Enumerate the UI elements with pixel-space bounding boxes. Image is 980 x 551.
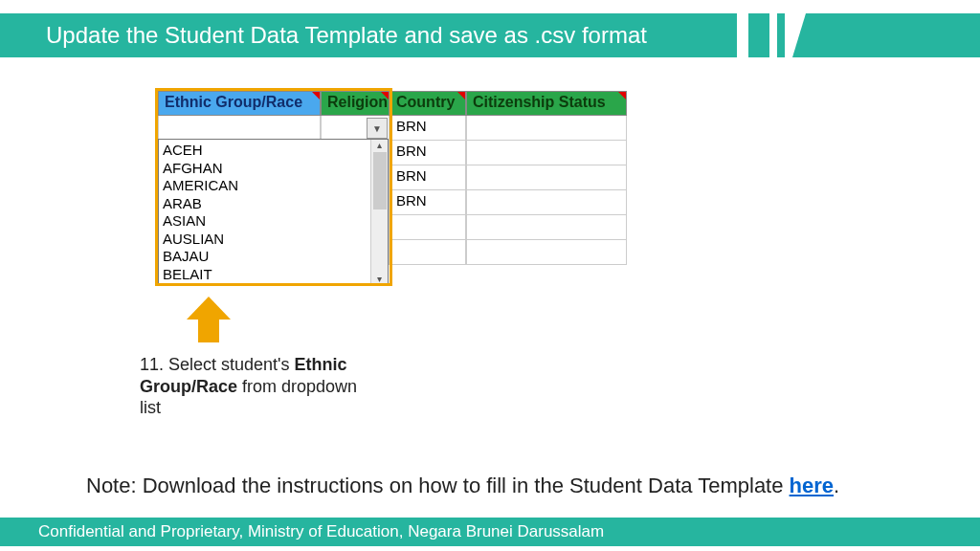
- column-header-ethnic: Ethnic Group/Race: [158, 91, 321, 116]
- table-cell: [390, 215, 466, 240]
- table-cell: BRN: [390, 116, 466, 141]
- table-cell: [466, 240, 627, 265]
- scroll-down-icon[interactable]: ▾: [377, 274, 382, 284]
- footer-text: Confidential and Proprietary, Ministry o…: [38, 522, 604, 540]
- slide-header: Update the Student Data Template and sav…: [0, 13, 980, 57]
- dropdown-option[interactable]: ACEH: [163, 142, 370, 160]
- dropdown-scrollbar[interactable]: ▴ ▾: [370, 140, 388, 284]
- dropdown-option[interactable]: AUSLIAN: [163, 231, 370, 249]
- table-cell: BRN: [390, 141, 466, 165]
- table-cell: [158, 116, 321, 141]
- table-cell: [466, 190, 627, 215]
- table-cell: [390, 240, 466, 265]
- dropdown-option[interactable]: ASIAN: [163, 212, 370, 231]
- dropdown-option[interactable]: ARAB: [163, 195, 370, 213]
- table-cell: [466, 116, 627, 141]
- scroll-up-icon[interactable]: ▴: [377, 140, 382, 150]
- note-text: Note: Download the instructions on how t…: [86, 474, 839, 498]
- dropdown-arrow-button[interactable]: ▼: [367, 118, 388, 139]
- instruction-text: 11. Select student's Ethnic Group/Race f…: [140, 354, 379, 419]
- content-area: Ethnic Group/Race Religion Country BRN: [158, 91, 828, 265]
- slide-title-bar: Update the Student Data Template and sav…: [0, 13, 737, 57]
- table-cell: BRN: [390, 190, 466, 215]
- column-header-country: Country: [390, 91, 466, 116]
- scroll-thumb[interactable]: [373, 152, 387, 209]
- column-header-citizen: Citizenship Status: [466, 91, 627, 116]
- header-decoration: [792, 13, 980, 57]
- dropdown-option[interactable]: BELAIT: [163, 266, 370, 284]
- spreadsheet-screenshot: Ethnic Group/Race Religion Country BRN: [158, 91, 828, 265]
- column-header-religion: Religion: [321, 91, 390, 116]
- dropdown-option[interactable]: AFGHAN: [163, 160, 370, 178]
- table-cell: [466, 141, 627, 165]
- table-cell: BRN: [390, 165, 466, 190]
- table-cell: [466, 215, 627, 240]
- arrow-up-icon: [187, 297, 231, 342]
- header-decoration: [748, 13, 769, 57]
- slide-title: Update the Student Data Template and sav…: [46, 22, 647, 49]
- table-cell: [466, 165, 627, 190]
- download-link[interactable]: here: [790, 474, 834, 497]
- dropdown-list[interactable]: ACEH AFGHAN AMERICAN ARAB ASIAN AUSLIAN …: [158, 139, 389, 285]
- header-decoration: [777, 13, 785, 57]
- dropdown-option[interactable]: AMERICAN: [163, 177, 370, 195]
- dropdown-option[interactable]: BAJAU: [163, 248, 370, 266]
- footer: Confidential and Proprietary, Ministry o…: [0, 518, 980, 546]
